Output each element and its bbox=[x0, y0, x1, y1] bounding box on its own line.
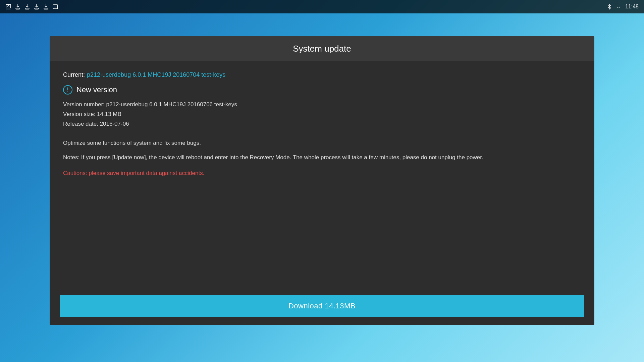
svg-rect-3 bbox=[53, 5, 58, 9]
usb-icon-4 bbox=[43, 4, 49, 10]
download-button[interactable]: Download 14.13MB bbox=[60, 295, 584, 317]
usb-icon-3 bbox=[34, 4, 40, 10]
dialog-content: Current: p212-userdebug 6.0.1 MHC19J 201… bbox=[50, 61, 594, 290]
svg-point-1 bbox=[8, 5, 9, 7]
status-bar: ↔ 11:48 bbox=[0, 0, 644, 13]
bluetooth-icon bbox=[607, 3, 612, 10]
current-version-value: p212-userdebug 6.0.1 MHC19J 20160704 tes… bbox=[87, 71, 225, 78]
time-display: 11:48 bbox=[625, 4, 639, 10]
new-version-title: New version bbox=[76, 85, 117, 94]
arrows-icon: ↔ bbox=[616, 4, 621, 10]
system-update-dialog: System update Current: p212-userdebug 6.… bbox=[50, 36, 594, 325]
usb-icon-1 bbox=[15, 4, 21, 10]
dialog-footer: Download 14.13MB bbox=[50, 290, 594, 325]
release-date-line: Release date: 2016-07-06 bbox=[63, 119, 581, 129]
version-number-line: Version number: p212-userdebug 6.0.1 MHC… bbox=[63, 100, 581, 110]
description-text: Optimize some functions of system and fi… bbox=[63, 138, 581, 147]
dialog-title: System update bbox=[60, 44, 584, 54]
current-label: Current: bbox=[63, 71, 85, 78]
version-details: Version number: p212-userdebug 6.0.1 MHC… bbox=[63, 100, 581, 129]
dialog-title-bar: System update bbox=[50, 36, 594, 61]
caution-text: Cautions: please save important data aga… bbox=[63, 170, 581, 177]
new-version-header: ! New version bbox=[63, 85, 581, 95]
alert-icon: ! bbox=[63, 85, 72, 95]
version-size-line: Version size: 14.13 MB bbox=[63, 110, 581, 119]
text-icon bbox=[52, 4, 58, 10]
svg-rect-0 bbox=[6, 4, 11, 8]
usb-icon-2 bbox=[24, 4, 30, 10]
image-icon bbox=[5, 4, 11, 10]
status-bar-left bbox=[5, 4, 58, 10]
current-version-row: Current: p212-userdebug 6.0.1 MHC19J 201… bbox=[63, 71, 581, 78]
notes-text: Notes: If you press [Update now], the de… bbox=[63, 153, 581, 162]
status-bar-right: ↔ 11:48 bbox=[607, 3, 639, 10]
